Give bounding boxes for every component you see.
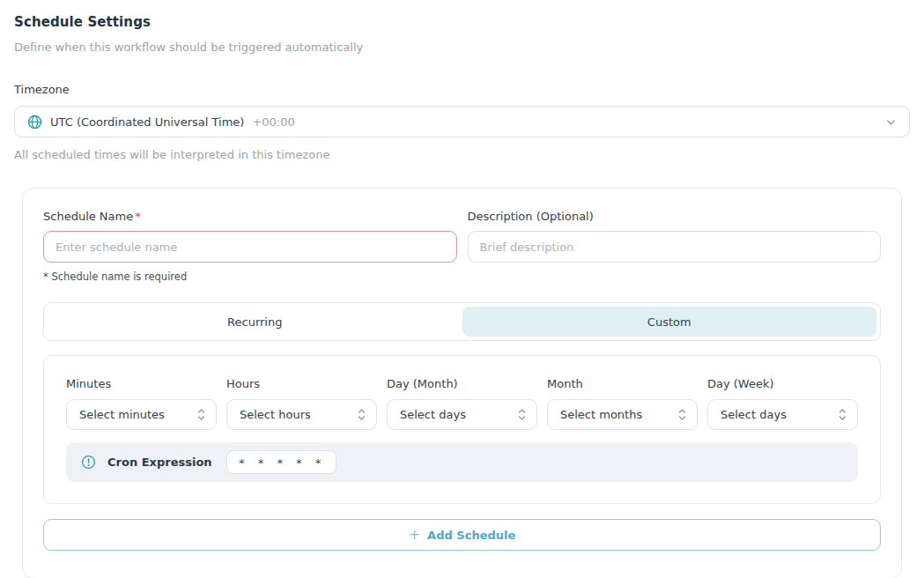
minutes-label: Minutes — [66, 377, 217, 390]
schedule-name-error: * Schedule name is required — [43, 270, 457, 283]
description-field: Description (Optional) — [468, 210, 882, 283]
required-asterisk: * — [135, 210, 141, 223]
schedule-card: Schedule Name* * Schedule name is requir… — [22, 188, 902, 578]
minutes-select[interactable]: Select minutes — [66, 399, 217, 430]
day-month-label: Day (Month) — [387, 377, 537, 390]
chevron-updown-icon — [678, 408, 686, 421]
add-schedule-button[interactable]: + Add Schedule — [43, 519, 881, 551]
cron-field-columns: Minutes Select minutes Hours — [66, 377, 858, 430]
timezone-helper-text: All scheduled times will be interpreted … — [14, 148, 910, 161]
schedule-name-input[interactable] — [43, 231, 457, 263]
hours-select[interactable]: Select hours — [226, 399, 377, 430]
chevron-down-icon — [885, 116, 897, 128]
plus-icon: + — [409, 528, 420, 542]
day-week-label: Day (Week) — [707, 377, 858, 390]
cron-month-column: Month Select months — [547, 377, 698, 430]
info-icon — [81, 455, 96, 470]
chevron-updown-icon — [197, 408, 205, 421]
cron-hours-column: Hours Select hours — [226, 377, 377, 430]
custom-cron-card: Minutes Select minutes Hours — [43, 355, 881, 504]
chevron-updown-icon — [839, 408, 846, 421]
day-month-select-placeholder: Select days — [400, 408, 466, 421]
tab-custom[interactable]: Custom — [462, 307, 877, 337]
hours-select-placeholder: Select hours — [240, 408, 311, 421]
chevron-updown-icon — [518, 408, 526, 421]
cron-day-month-column: Day (Month) Select days — [387, 377, 537, 430]
tab-recurring-label: Recurring — [227, 315, 282, 329]
month-label: Month — [547, 377, 698, 390]
schedule-name-field: Schedule Name* * Schedule name is requir… — [43, 210, 457, 283]
hours-label: Hours — [226, 377, 377, 390]
day-week-select[interactable]: Select days — [707, 399, 858, 430]
description-label: Description (Optional) — [468, 210, 882, 223]
cron-expression-bar: Cron Expression * * * * * — [66, 442, 858, 482]
month-select[interactable]: Select months — [547, 399, 698, 430]
month-select-placeholder: Select months — [560, 408, 642, 421]
schedule-type-tabs: Recurring Custom — [43, 302, 881, 341]
minutes-select-placeholder: Select minutes — [79, 408, 165, 421]
cron-minutes-column: Minutes Select minutes — [66, 377, 217, 430]
timezone-selected-value: UTC (Coordinated Universal Time) — [50, 115, 244, 129]
add-schedule-label: Add Schedule — [427, 529, 515, 542]
tab-custom-label: Custom — [647, 315, 691, 329]
timezone-offset: +00:00 — [252, 115, 294, 129]
schedule-name-label-text: Schedule Name — [43, 210, 133, 223]
schedule-name-label: Schedule Name* — [43, 210, 457, 223]
page-subtitle: Define when this workflow should be trig… — [14, 41, 910, 54]
name-description-row: Schedule Name* * Schedule name is requir… — [43, 210, 881, 283]
chevron-updown-icon — [358, 408, 366, 421]
tab-recurring[interactable]: Recurring — [48, 307, 462, 337]
cron-expression-value: * * * * * — [226, 450, 336, 474]
description-input[interactable] — [468, 231, 882, 263]
cron-day-week-column: Day (Week) Select days — [707, 377, 858, 430]
timezone-label: Timezone — [14, 83, 910, 96]
globe-icon — [27, 115, 42, 130]
day-week-select-placeholder: Select days — [721, 408, 787, 421]
timezone-select[interactable]: UTC (Coordinated Universal Time) +00:00 — [14, 106, 910, 137]
schedule-settings-page: Schedule Settings Define when this workf… — [0, 0, 924, 578]
cron-expression-label: Cron Expression — [107, 456, 212, 469]
page-title: Schedule Settings — [14, 14, 910, 30]
day-month-select[interactable]: Select days — [387, 399, 537, 430]
